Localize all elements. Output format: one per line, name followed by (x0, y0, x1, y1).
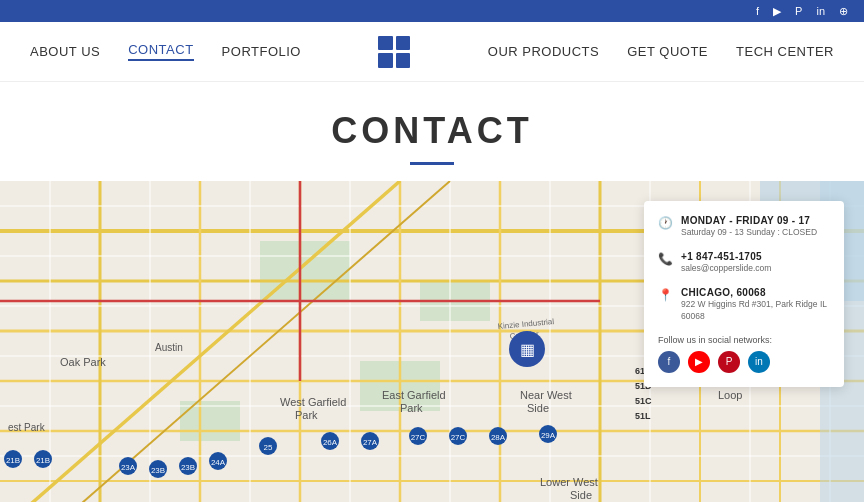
hours-sub: Saturday 09 - 13 Sunday : CLOSED (681, 227, 817, 239)
social-section: Follow us in social networks: f ▶ P in (658, 335, 830, 373)
navigation: ABOUT US CONTACT PORTFOLIO OUR PRODUCTS … (0, 22, 864, 82)
hours-label: MONDAY - FRIDAY 09 - 17 (681, 215, 817, 226)
phone-icon: 📞 (658, 252, 673, 266)
svg-text:21B: 21B (6, 456, 20, 465)
city-label: CHICAGO, 60068 (681, 287, 830, 298)
svg-text:23B: 23B (181, 463, 195, 472)
top-bar: f ▶ P in ⊕ (0, 0, 864, 22)
hours-row: 🕐 MONDAY - FRIDAY 09 - 17 Saturday 09 - … (658, 215, 830, 239)
pinterest-icon[interactable]: P (795, 5, 802, 17)
phone-text: +1 847-451-1705 sales@copperslide.com (681, 251, 771, 275)
svg-text:21B: 21B (36, 456, 50, 465)
svg-text:East Garfield: East Garfield (382, 389, 446, 401)
svg-text:51L: 51L (635, 411, 651, 421)
page-title-section: CONTACT (0, 82, 864, 181)
svg-rect-3 (180, 401, 240, 441)
map-pin-icon: ▦ (520, 340, 535, 359)
svg-text:Lower West: Lower West (540, 476, 598, 488)
page-title: CONTACT (0, 110, 864, 152)
svg-text:Park: Park (400, 402, 423, 414)
svg-text:29A: 29A (541, 431, 556, 440)
svg-text:Near West: Near West (520, 389, 572, 401)
youtube-icon[interactable]: ▶ (773, 5, 781, 18)
svg-text:Side: Side (570, 489, 592, 501)
nav-products[interactable]: OUR PRODUCTS (488, 44, 599, 59)
phone-number[interactable]: +1 847-451-1705 (681, 251, 771, 262)
svg-text:West Garfield: West Garfield (280, 396, 346, 408)
phone-row: 📞 +1 847-451-1705 sales@copperslide.com (658, 251, 830, 275)
svg-text:24A: 24A (211, 458, 226, 467)
svg-text:26A: 26A (323, 438, 338, 447)
svg-text:Loop: Loop (718, 389, 742, 401)
social-linkedin[interactable]: in (748, 351, 770, 373)
social-icons: f ▶ P in (658, 351, 830, 373)
location-pin-icon: 📍 (658, 288, 673, 302)
title-underline (410, 162, 454, 165)
nav-right: OUR PRODUCTS GET QUOTE TECH CENTER (488, 44, 834, 59)
svg-text:est Park: est Park (8, 422, 46, 433)
social-youtube[interactable]: ▶ (688, 351, 710, 373)
linkedin-icon[interactable]: in (816, 5, 825, 17)
city-sub: 922 W Higgins Rd #301, Park Ridge IL 600… (681, 299, 830, 323)
email[interactable]: sales@copperslide.com (681, 263, 771, 275)
map-pin[interactable]: ▦ (509, 331, 545, 367)
social-pinterest[interactable]: P (718, 351, 740, 373)
nav-quote[interactable]: GET QUOTE (627, 44, 708, 59)
svg-text:23B: 23B (151, 466, 165, 475)
logo[interactable] (372, 30, 416, 74)
svg-text:27C: 27C (451, 433, 466, 442)
hours-text: MONDAY - FRIDAY 09 - 17 Saturday 09 - 13… (681, 215, 817, 239)
map-section: Oak Park Austin est Park West Garfield P… (0, 181, 864, 502)
svg-text:Side: Side (527, 402, 549, 414)
social-title: Follow us in social networks: (658, 335, 830, 345)
svg-text:Oak Park: Oak Park (60, 356, 106, 368)
svg-text:Park: Park (295, 409, 318, 421)
social-facebook[interactable]: f (658, 351, 680, 373)
svg-text:25: 25 (264, 443, 273, 452)
svg-text:27C: 27C (411, 433, 426, 442)
address-row: 📍 CHICAGO, 60068 922 W Higgins Rd #301, … (658, 287, 830, 323)
info-card: 🕐 MONDAY - FRIDAY 09 - 17 Saturday 09 - … (644, 201, 844, 387)
clock-icon: 🕐 (658, 216, 673, 230)
nav-portfolio[interactable]: PORTFOLIO (222, 44, 301, 59)
facebook-icon[interactable]: f (756, 5, 759, 17)
nav-about[interactable]: ABOUT US (30, 44, 100, 59)
svg-text:23A: 23A (121, 463, 136, 472)
nav-contact[interactable]: CONTACT (128, 42, 193, 61)
location-icon[interactable]: ⊕ (839, 5, 848, 18)
svg-text:Austin: Austin (155, 342, 183, 353)
svg-text:27A: 27A (363, 438, 378, 447)
nav-tech[interactable]: TECH CENTER (736, 44, 834, 59)
nav-left: ABOUT US CONTACT PORTFOLIO (30, 42, 301, 61)
svg-text:51C: 51C (635, 396, 652, 406)
address-text: CHICAGO, 60068 922 W Higgins Rd #301, Pa… (681, 287, 830, 323)
svg-text:28A: 28A (491, 433, 506, 442)
